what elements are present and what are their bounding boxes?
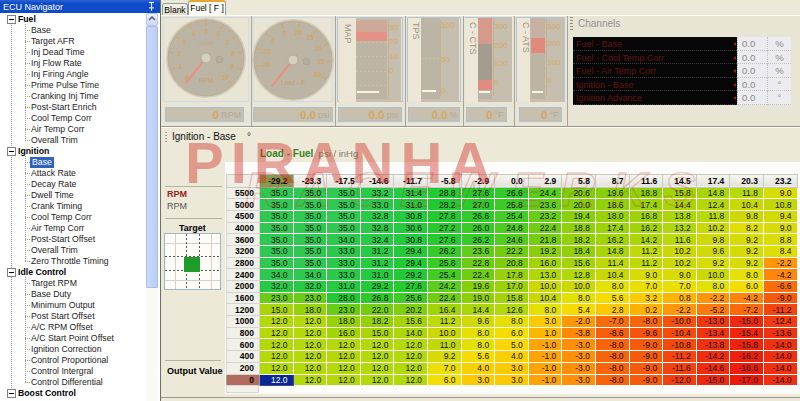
svg-text:TPS: TPS xyxy=(411,22,421,40)
svg-text:25: 25 xyxy=(316,57,325,64)
svg-text:5: 5 xyxy=(282,29,286,36)
svg-text:9: 9 xyxy=(229,63,233,70)
svg-text:2: 2 xyxy=(176,50,181,57)
svg-text:0: 0 xyxy=(271,36,275,43)
svg-text:x1000: x1000 xyxy=(199,40,213,46)
svg-text:4: 4 xyxy=(190,30,195,37)
svg-text:10: 10 xyxy=(221,74,229,81)
svg-text:7: 7 xyxy=(225,39,229,46)
svg-text:C - CTS: C - CTS xyxy=(468,22,478,55)
svg-text:20: 20 xyxy=(313,44,322,51)
svg-text:3: 3 xyxy=(182,39,186,46)
svg-text:10: 10 xyxy=(294,28,302,35)
svg-text:15: 15 xyxy=(306,34,314,41)
svg-text:8: 8 xyxy=(230,50,234,57)
svg-text:C - ATS: C - ATS xyxy=(521,22,531,53)
svg-text:RPM: RPM xyxy=(198,77,212,84)
svg-text:MAP: MAP xyxy=(343,24,353,44)
svg-text:6: 6 xyxy=(216,30,220,37)
svg-text:5: 5 xyxy=(204,28,208,35)
svg-text:-10: -10 xyxy=(261,48,271,55)
svg-text:1: 1 xyxy=(178,63,182,70)
svg-text:Load - F: Load - F xyxy=(280,78,304,85)
svg-text:30: 30 xyxy=(313,70,321,77)
svg-text:-20: -20 xyxy=(260,61,270,68)
